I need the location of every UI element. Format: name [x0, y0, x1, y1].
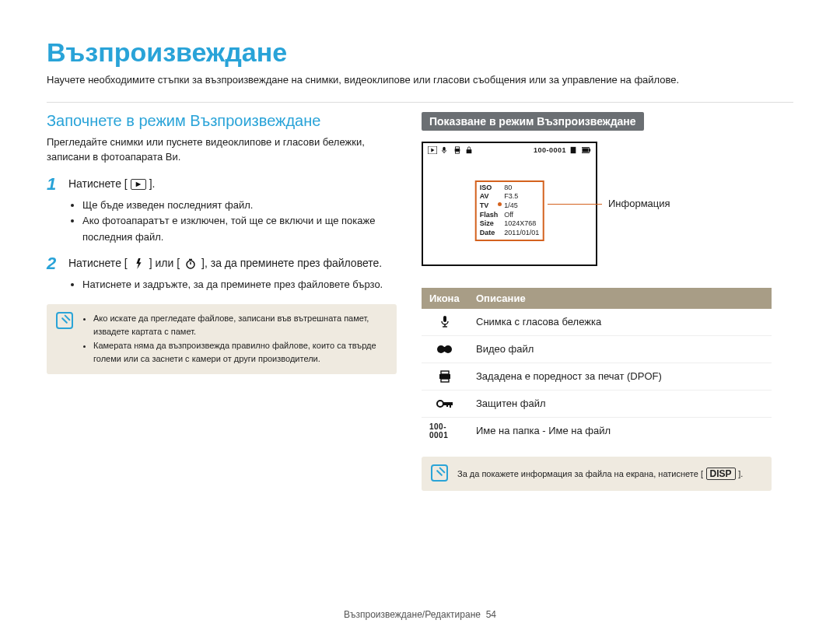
- step-text-post: ].: [149, 176, 156, 192]
- svg-rect-23: [439, 374, 450, 379]
- step-text-mid: ] или [: [149, 255, 180, 271]
- playback-mode-icon: [131, 179, 146, 190]
- info-panel-overlay: ISO AV TV Flash Size Date 80 F3.5 1/45 O…: [475, 180, 544, 241]
- table-desc: Зададена е поредност за печат (DPOF): [468, 363, 772, 390]
- step-2: 2 Натиснете [ ] или [ ], за да преминете…: [47, 255, 397, 272]
- info-key: Date: [480, 229, 499, 238]
- svg-rect-17: [443, 316, 446, 322]
- info-keys: ISO AV TV Flash Size Date: [480, 184, 499, 238]
- table-desc: Защитен файл: [468, 390, 772, 417]
- two-column-layout: Започнете в режим Възпроизвеждане Прегле…: [47, 112, 793, 492]
- left-subtext: Прегледайте снимки или пуснете видеоклип…: [47, 135, 397, 165]
- table-row: Защитен файл: [422, 390, 772, 417]
- svg-rect-7: [443, 146, 445, 150]
- info-key: AV: [480, 192, 499, 201]
- info-val: 1024X768: [504, 219, 539, 229]
- lcd-top-icons-right: 100-0001: [534, 146, 591, 154]
- svg-rect-15: [583, 148, 589, 152]
- step-text: Натиснете [ ].: [68, 176, 155, 193]
- svg-rect-22: [439, 347, 450, 352]
- intro-paragraph: Научете необходимите стъпки за възпроизв…: [47, 72, 793, 88]
- printer-icon: [453, 146, 462, 154]
- svg-rect-29: [446, 405, 448, 407]
- disp-button-icon: DISP: [706, 468, 736, 480]
- note-text-pre: За да покажете информация за файла на ек…: [457, 469, 703, 478]
- svg-rect-28: [450, 405, 451, 408]
- svg-rect-12: [467, 149, 472, 153]
- left-column: Започнете в режим Възпроизвеждане Прегле…: [47, 112, 397, 492]
- svg-rect-13: [571, 146, 576, 152]
- page-title: Възпроизвеждане: [47, 37, 793, 68]
- mic-icon: [429, 314, 460, 330]
- svg-point-26: [437, 401, 443, 407]
- info-key: Size: [480, 219, 499, 229]
- step-1-bullets: Ще бъде изведен последният файл. Ако фот…: [47, 198, 397, 246]
- table-row: Снимка с гласова бележка: [422, 309, 772, 336]
- svg-rect-16: [589, 149, 590, 151]
- svg-rect-9: [455, 149, 460, 151]
- info-key: ISO: [480, 184, 499, 193]
- note-icon: [431, 464, 448, 482]
- left-note-box: Ако искате да прегледате файлове, записа…: [47, 304, 397, 374]
- svg-rect-24: [441, 371, 449, 374]
- lock-icon: [429, 396, 460, 412]
- note-item: Ако искате да прегледате файлове, записа…: [93, 312, 386, 339]
- preview-with-callout: 100-0001 ISO AV TV Flash Size Date: [422, 142, 772, 266]
- note-item: Камерата няма да възпроизвежда правилно …: [93, 339, 386, 366]
- table-desc: Име на папка - Име на файл: [468, 417, 772, 444]
- playback-mode-icon: [428, 146, 437, 154]
- step-2-bullets: Натиснете и задръжте, за да преминете пр…: [47, 277, 397, 293]
- step-text-post: ], за да преминете през файловете.: [201, 255, 382, 271]
- lcd-top-icons-left: [428, 146, 474, 154]
- bullet: Натиснете и задръжте, за да преминете пр…: [82, 277, 397, 293]
- svg-marker-6: [431, 148, 434, 152]
- info-val: F3.5: [504, 192, 539, 201]
- mic-icon: [440, 146, 450, 154]
- note-text-post: ].: [738, 469, 743, 478]
- callout-line: [548, 204, 602, 205]
- icons-table: Икона Описание Снимка с гласова бележка …: [422, 288, 772, 444]
- step-1: 1 Натиснете [ ].: [47, 176, 397, 193]
- info-val: Off: [504, 211, 539, 220]
- bullet: Ако фотоапаратът е изключен, той ще се в…: [82, 213, 397, 246]
- lcd-top-row: 100-0001: [423, 143, 596, 157]
- info-key: TV: [480, 201, 499, 211]
- svg-rect-25: [441, 379, 449, 382]
- flash-icon: [131, 258, 146, 269]
- step-number: 2: [47, 255, 61, 272]
- lock-icon: [465, 146, 474, 154]
- svg-rect-10: [456, 146, 460, 149]
- right-note-box: За да покажете информация за файла на ек…: [422, 457, 772, 492]
- table-header-desc: Описание: [468, 288, 772, 309]
- step-number: 1: [47, 176, 61, 193]
- svg-marker-0: [135, 181, 141, 187]
- video-icon: [429, 342, 460, 357]
- printer-icon: [429, 369, 460, 384]
- timer-icon: [183, 258, 198, 269]
- info-val: 2011/01/01: [504, 229, 539, 238]
- info-val: 1/45: [504, 201, 539, 211]
- svg-marker-1: [136, 258, 141, 269]
- lcd-preview: 100-0001 ISO AV TV Flash Size Date: [422, 142, 597, 266]
- left-heading: Започнете в режим Възпроизвеждане: [47, 112, 397, 130]
- step-text: Натиснете [ ] или [ ], за да преминете п…: [68, 255, 382, 272]
- divider: [47, 102, 793, 103]
- svg-rect-27: [443, 402, 453, 405]
- info-key: Flash: [480, 211, 499, 220]
- info-val: 80: [504, 184, 539, 193]
- step-text-pre: Натиснете [: [68, 255, 128, 271]
- battery-icon: [582, 146, 591, 154]
- right-column: Показване в режим Възпроизвеждане 100-00…: [422, 112, 772, 492]
- table-desc: Снимка с гласова бележка: [468, 309, 772, 336]
- info-callout-label: Информация: [608, 198, 670, 209]
- info-values: 80 F3.5 1/45 Off 1024X768 2011/01/01: [504, 184, 539, 238]
- note-icon: [56, 312, 73, 329]
- table-row: Видео файл: [422, 335, 772, 363]
- step-text-pre: Натиснете [: [68, 176, 128, 192]
- table-row: Зададена е поредност за печат (DPOF): [422, 363, 772, 390]
- table-row: 100-0001 Име на папка - Име на файл: [422, 417, 772, 444]
- table-desc: Видео файл: [468, 335, 772, 363]
- bullet: Ще бъде изведен последният файл.: [82, 198, 397, 214]
- card-icon: [569, 146, 579, 154]
- right-heading: Показване в режим Възпроизвеждане: [422, 112, 644, 131]
